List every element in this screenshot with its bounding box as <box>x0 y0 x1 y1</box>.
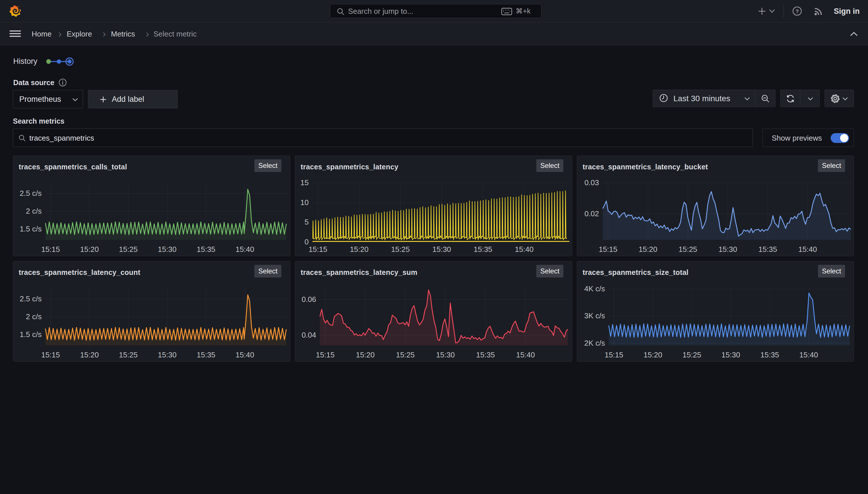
svg-text:15:15: 15:15 <box>41 245 60 253</box>
svg-text:15:35: 15:35 <box>197 350 215 359</box>
svg-text:15:20: 15:20 <box>350 245 369 253</box>
svg-text:15:15: 15:15 <box>599 245 617 253</box>
svg-text:0.06: 0.06 <box>301 295 316 304</box>
svg-text:0.02: 0.02 <box>584 209 599 218</box>
svg-text:15:15: 15:15 <box>309 245 328 253</box>
svg-text:15:40: 15:40 <box>235 350 254 359</box>
svg-text:5: 5 <box>305 218 309 226</box>
svg-text:1.5 c/s: 1.5 c/s <box>20 330 42 339</box>
svg-text:15:20: 15:20 <box>644 350 662 359</box>
svg-text:15: 15 <box>300 178 309 187</box>
svg-text:0: 0 <box>305 238 309 246</box>
svg-text:15:25: 15:25 <box>119 245 138 253</box>
svg-text:15:35: 15:35 <box>761 350 779 359</box>
svg-text:15:25: 15:25 <box>683 350 701 359</box>
svg-text:2K c/s: 2K c/s <box>584 339 605 347</box>
svg-text:1.5 c/s: 1.5 c/s <box>20 225 42 233</box>
svg-text:15:30: 15:30 <box>718 245 737 253</box>
svg-text:0.04: 0.04 <box>301 331 316 339</box>
svg-text:15:20: 15:20 <box>80 350 99 359</box>
svg-text:4K c/s: 4K c/s <box>584 284 605 293</box>
svg-text:15:40: 15:40 <box>799 350 818 359</box>
svg-text:3K c/s: 3K c/s <box>584 311 605 320</box>
svg-text:2 c/s: 2 c/s <box>26 312 42 321</box>
svg-text:15:25: 15:25 <box>396 350 415 359</box>
svg-text:2.5 c/s: 2.5 c/s <box>20 294 42 303</box>
svg-text:15:40: 15:40 <box>515 245 533 253</box>
svg-text:15:40: 15:40 <box>798 245 817 253</box>
svg-text:10: 10 <box>300 198 309 207</box>
svg-text:15:25: 15:25 <box>678 245 697 253</box>
svg-text:15:30: 15:30 <box>436 350 455 359</box>
svg-text:?: ? <box>795 8 799 14</box>
svg-text:15:20: 15:20 <box>639 245 657 253</box>
svg-text:15:35: 15:35 <box>474 245 492 253</box>
svg-text:15:30: 15:30 <box>432 245 451 253</box>
svg-text:15:35: 15:35 <box>197 245 215 253</box>
svg-text:2 c/s: 2 c/s <box>26 207 42 215</box>
svg-text:15:40: 15:40 <box>235 245 254 253</box>
svg-text:15:20: 15:20 <box>356 350 375 359</box>
svg-text:15:40: 15:40 <box>516 350 535 359</box>
svg-text:15:25: 15:25 <box>119 350 138 359</box>
svg-text:15:30: 15:30 <box>158 350 176 359</box>
svg-text:15:35: 15:35 <box>758 245 777 253</box>
svg-text:15:30: 15:30 <box>158 245 176 253</box>
svg-text:15:15: 15:15 <box>605 350 623 359</box>
svg-text:15:35: 15:35 <box>476 350 495 359</box>
svg-text:15:15: 15:15 <box>316 350 335 359</box>
svg-text:0.03: 0.03 <box>584 178 599 187</box>
svg-text:15:20: 15:20 <box>80 245 99 253</box>
svg-text:15:25: 15:25 <box>391 245 410 253</box>
svg-text:15:15: 15:15 <box>41 350 60 359</box>
svg-text:2.5 c/s: 2.5 c/s <box>20 189 42 197</box>
svg-text:15:30: 15:30 <box>722 350 740 359</box>
